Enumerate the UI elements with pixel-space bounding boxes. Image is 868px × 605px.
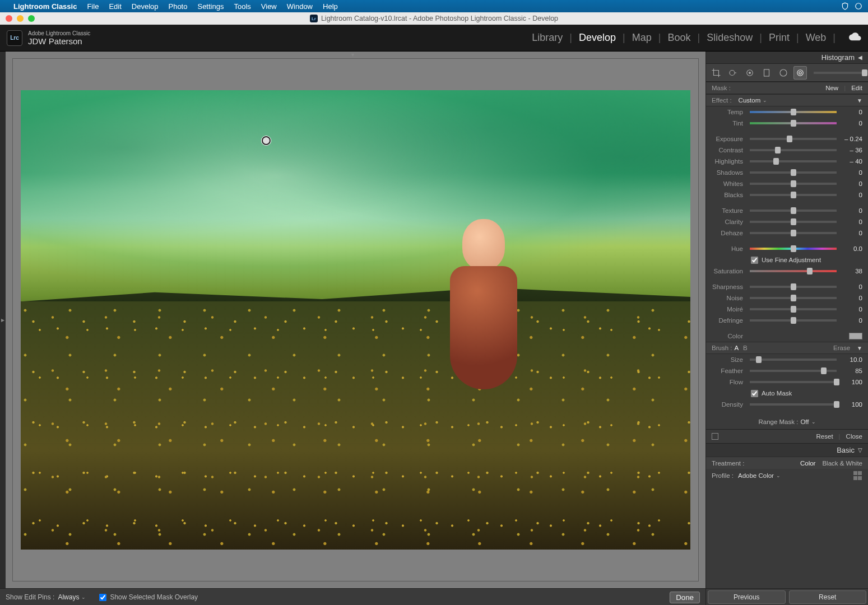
treatment-color[interactable]: Color <box>800 460 815 467</box>
module-library[interactable]: Library <box>532 32 563 44</box>
texture-value[interactable]: 0 <box>840 207 862 214</box>
clarity-slider[interactable] <box>750 221 837 223</box>
effect-chevron-icon[interactable]: ⌄ <box>763 97 767 103</box>
radial-filter-tool-icon[interactable] <box>777 66 790 80</box>
mask-overlay-checkbox[interactable]: Show Selected Mask Overlay <box>99 593 198 601</box>
effect-value[interactable]: Custom <box>739 97 761 104</box>
histogram-header[interactable]: Histogram ◀ <box>706 52 868 64</box>
brush-density-slider[interactable] <box>750 403 837 406</box>
moire-value[interactable]: 0 <box>840 306 862 313</box>
exposure-value[interactable]: – 0.24 <box>840 136 862 142</box>
module-print[interactable]: Print <box>769 32 790 44</box>
blacks-slider[interactable] <box>750 194 837 196</box>
texture-slider[interactable] <box>750 210 837 212</box>
menu-tools[interactable]: Tools <box>234 2 250 11</box>
histogram-disclosure-icon[interactable]: ◀ <box>858 54 862 61</box>
clarity-value[interactable]: 0 <box>840 218 862 225</box>
brush-tab-a[interactable]: A <box>734 345 739 351</box>
done-button[interactable]: Done <box>670 592 700 603</box>
noise-slider[interactable] <box>750 297 837 299</box>
module-book[interactable]: Book <box>667 32 690 44</box>
brush-density-value[interactable]: 100 <box>840 401 862 408</box>
basic-panel-header[interactable]: Basic ▽ <box>706 443 868 457</box>
left-panel-handle[interactable]: ▸ <box>0 52 6 588</box>
exposure-slider[interactable] <box>750 138 837 140</box>
redeye-tool-icon[interactable] <box>743 66 756 80</box>
module-develop[interactable]: Develop <box>579 32 616 44</box>
brush-flow-slider[interactable] <box>750 381 837 383</box>
basic-disclosure-icon[interactable]: ▽ <box>858 447 862 453</box>
whites-value[interactable]: 0 <box>840 180 862 187</box>
dehaze-slider[interactable] <box>750 232 837 234</box>
defringe-value[interactable]: 0 <box>840 317 862 324</box>
menu-app[interactable]: Lightroom Classic <box>13 2 77 11</box>
dehaze-value[interactable]: 0 <box>840 230 862 236</box>
brush-size-value[interactable]: 10.0 <box>840 356 862 363</box>
contrast-slider[interactable] <box>750 149 837 151</box>
noise-value[interactable]: 0 <box>840 295 862 301</box>
profile-value[interactable]: Adobe Color <box>738 472 774 479</box>
tint-value[interactable]: 0 <box>840 120 862 127</box>
menu-view[interactable]: View <box>261 2 277 11</box>
hue-value[interactable]: 0.0 <box>840 245 862 252</box>
fine-adjustment-checkbox[interactable]: Use Fine Adjustment <box>706 254 868 266</box>
range-mask-value[interactable]: Off <box>800 418 809 425</box>
cloud-sync-icon[interactable] <box>849 32 861 44</box>
brush-feather-value[interactable]: 85 <box>840 367 862 374</box>
shield-icon[interactable] <box>841 2 849 10</box>
temp-slider[interactable] <box>750 111 837 113</box>
local-close-link[interactable]: Close <box>846 433 862 440</box>
mask-edit-link[interactable]: Edit <box>851 85 862 91</box>
module-web[interactable]: Web <box>806 32 827 44</box>
previous-button[interactable]: Previous <box>708 590 786 604</box>
crop-tool-icon[interactable] <box>709 66 723 80</box>
menu-photo[interactable]: Photo <box>168 2 187 11</box>
brush-flow-value[interactable]: 100 <box>840 379 862 385</box>
panel-switch-icon[interactable] <box>712 433 718 440</box>
contrast-value[interactable]: – 36 <box>840 147 862 153</box>
reset-button[interactable]: Reset <box>789 590 867 604</box>
module-map[interactable]: Map <box>632 32 652 44</box>
brush-feather-slider[interactable] <box>750 370 837 372</box>
shadows-value[interactable]: 0 <box>840 169 862 176</box>
filmstrip-reveal-top-icon[interactable]: ▾ <box>351 52 354 58</box>
tint-slider[interactable] <box>750 122 837 124</box>
hue-slider[interactable] <box>750 248 837 250</box>
local-reset-link[interactable]: Reset <box>816 433 833 440</box>
spot-removal-tool-icon[interactable] <box>726 66 740 80</box>
menu-file[interactable]: File <box>87 2 99 11</box>
defringe-slider[interactable] <box>750 319 837 322</box>
menu-help[interactable]: Help <box>323 2 338 11</box>
highlights-value[interactable]: – 40 <box>840 158 862 165</box>
graduated-filter-tool-icon[interactable] <box>760 66 773 80</box>
image-canvas[interactable] <box>12 58 699 581</box>
adjustment-brush-tool-icon[interactable] <box>793 66 807 80</box>
tool-size-mini-slider[interactable] <box>814 72 865 74</box>
whites-slider[interactable] <box>750 183 837 185</box>
moire-slider[interactable] <box>750 308 837 310</box>
brush-disclosure-icon[interactable]: ▼ <box>857 345 862 351</box>
saturation-slider[interactable] <box>750 270 837 272</box>
menubar-status-icon[interactable] <box>855 2 862 10</box>
menu-develop[interactable]: Develop <box>132 2 159 11</box>
brush-size-slider[interactable] <box>750 359 837 361</box>
profile-chevron-icon[interactable]: ⌄ <box>776 473 781 478</box>
menu-edit[interactable]: Edit <box>109 2 121 11</box>
sharpness-value[interactable]: 0 <box>840 283 862 290</box>
treatment-bw[interactable]: Black & White <box>822 460 862 467</box>
range-mask-chevron-icon[interactable]: ⌄ <box>811 419 816 425</box>
shadows-slider[interactable] <box>750 171 837 174</box>
menu-settings[interactable]: Settings <box>197 2 224 11</box>
blacks-value[interactable]: 0 <box>840 192 862 198</box>
brush-erase[interactable]: Erase <box>833 345 850 351</box>
menu-window[interactable]: Window <box>287 2 313 11</box>
saturation-value[interactable]: 38 <box>840 268 862 274</box>
highlights-slider[interactable] <box>750 160 837 162</box>
show-edit-pins-value[interactable]: Always <box>58 593 79 601</box>
color-swatch[interactable] <box>849 333 862 339</box>
pins-chevron-icon[interactable]: ⌄ <box>81 594 86 600</box>
sharpness-slider[interactable] <box>750 286 837 288</box>
mask-new-link[interactable]: New <box>825 85 838 91</box>
effect-disclosure-icon[interactable]: ▼ <box>857 97 862 104</box>
module-slideshow[interactable]: Slideshow <box>707 32 753 44</box>
